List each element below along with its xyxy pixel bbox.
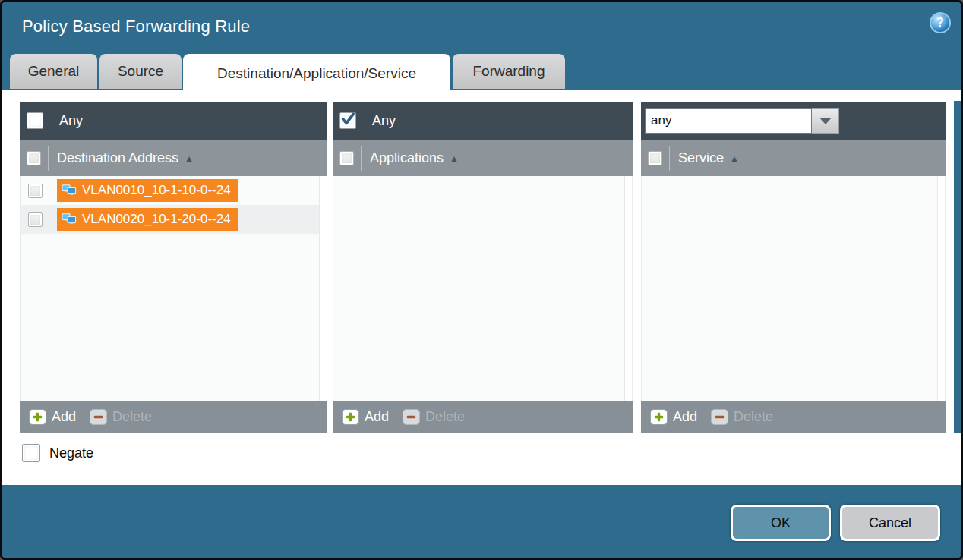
network-address-icon — [62, 213, 77, 225]
applications-column-header[interactable]: Applications ▲ — [333, 140, 633, 176]
minus-icon — [406, 412, 416, 422]
service-dropdown-value[interactable]: any — [645, 108, 812, 134]
minus-icon — [93, 412, 103, 422]
destination-any-checkbox[interactable] — [27, 112, 43, 129]
destination-address-label: VLAN0020_10-1-20-0--24 — [82, 212, 231, 227]
service-header-label: Service — [678, 150, 724, 166]
check-icon — [340, 111, 355, 127]
applications-any-bar: Any — [333, 102, 633, 140]
content-right-edge — [954, 101, 961, 433]
destination-address-label: VLAN0010_10-1-10-0--24 — [82, 183, 231, 198]
delete-button[interactable] — [711, 409, 728, 425]
destination-column-header[interactable]: Destination Address ▲ — [20, 140, 327, 176]
add-button[interactable] — [342, 409, 359, 425]
delete-button-label: Delete — [112, 409, 152, 425]
service-list — [641, 176, 946, 401]
negate-row: Negate — [22, 444, 93, 462]
negate-checkbox[interactable] — [22, 444, 40, 462]
negate-label: Negate — [49, 445, 93, 461]
ok-button[interactable]: OK — [731, 505, 831, 541]
delete-button[interactable] — [90, 409, 107, 425]
plus-icon — [33, 412, 43, 422]
dropdown-arrow-button[interactable] — [812, 108, 839, 134]
destination-footer: Add Delete — [20, 401, 327, 433]
service-any-bar: any — [641, 102, 946, 140]
network-address-icon — [62, 184, 77, 197]
delete-button-label: Delete — [734, 409, 773, 425]
service-panel: any Service ▲ — [641, 102, 946, 433]
add-button[interactable] — [29, 409, 46, 425]
destination-any-bar: Any — [20, 102, 327, 140]
service-select-all-checkbox[interactable] — [648, 151, 662, 165]
service-footer: Add Delete — [641, 401, 946, 433]
minus-icon — [715, 412, 725, 422]
destination-any-label: Any — [59, 113, 83, 129]
destination-address-panel: Any Destination Address ▲ — [20, 102, 327, 433]
scrollbar-track[interactable] — [937, 176, 945, 401]
applications-select-all-checkbox[interactable] — [339, 151, 354, 165]
service-dropdown[interactable]: any — [645, 108, 839, 134]
plus-icon — [654, 412, 664, 422]
divider — [361, 146, 362, 171]
chevron-down-icon — [819, 118, 832, 124]
applications-any-checkbox[interactable] — [339, 112, 356, 129]
add-button-label[interactable]: Add — [673, 409, 697, 425]
row-checkbox[interactable] — [28, 184, 43, 198]
table-row: VLAN0020_10-1-20-0--24 — [21, 205, 327, 234]
delete-button[interactable] — [403, 409, 420, 425]
help-icon[interactable]: ? — [930, 12, 951, 33]
tab-destination-application-service[interactable]: Destination/Application/Service — [183, 54, 450, 93]
destination-header-label: Destination Address — [57, 150, 178, 166]
service-column-header[interactable]: Service ▲ — [641, 140, 946, 176]
destination-list: VLAN0010_10-1-10-0--24 VLAN0020_10-1-20-… — [20, 176, 327, 401]
sort-ascending-icon: ▲ — [730, 153, 739, 164]
tab-source[interactable]: Source — [99, 54, 182, 89]
cancel-button[interactable]: Cancel — [840, 505, 940, 541]
sort-ascending-icon: ▲ — [185, 153, 194, 164]
applications-any-label: Any — [372, 113, 396, 129]
applications-footer: Add Delete — [333, 401, 633, 433]
tab-general[interactable]: General — [10, 54, 97, 89]
destination-select-all-checkbox[interactable] — [27, 151, 41, 165]
destination-address-item[interactable]: VLAN0010_10-1-10-0--24 — [57, 179, 238, 202]
destination-address-item[interactable]: VLAN0020_10-1-20-0--24 — [57, 208, 238, 231]
divider — [48, 146, 49, 171]
dialog-title: Policy Based Forwarding Rule — [22, 2, 250, 51]
scrollbar-track[interactable] — [319, 176, 327, 401]
add-button[interactable] — [650, 409, 668, 425]
plus-icon — [346, 412, 355, 422]
scrollbar-track[interactable] — [624, 176, 632, 401]
applications-header-label: Applications — [370, 150, 444, 166]
title-bar: Policy Based Forwarding Rule ? — [2, 2, 961, 51]
applications-panel: Any Applications ▲ Add — [333, 102, 633, 433]
delete-button-label: Delete — [425, 409, 465, 425]
sort-ascending-icon: ▲ — [450, 153, 459, 164]
applications-list — [333, 176, 633, 401]
tab-forwarding[interactable]: Forwarding — [453, 54, 565, 89]
divider — [669, 146, 670, 171]
row-checkbox[interactable] — [28, 212, 43, 227]
add-button-label[interactable]: Add — [365, 409, 389, 425]
add-button-label[interactable]: Add — [52, 409, 76, 425]
content-panel: Any Destination Address ▲ — [2, 90, 961, 485]
policy-based-forwarding-rule-dialog: Policy Based Forwarding Rule ? General S… — [0, 0, 963, 560]
table-row: VLAN0010_10-1-10-0--24 — [21, 176, 327, 205]
